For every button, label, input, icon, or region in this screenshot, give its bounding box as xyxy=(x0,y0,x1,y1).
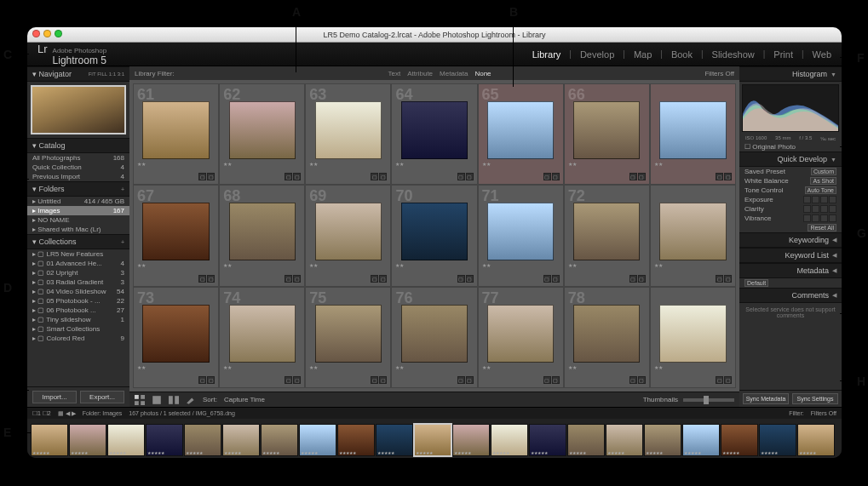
filter-tab-metadata[interactable]: Metadata xyxy=(440,70,468,77)
sync-settings-button[interactable]: Sync Settings xyxy=(792,393,838,404)
collections-header[interactable]: ▾ Collections + xyxy=(27,234,129,249)
rating-stars[interactable]: ★★ xyxy=(309,364,318,370)
catalog-row[interactable]: All Photographs168 xyxy=(27,153,129,163)
filmstrip-thumb[interactable]: ★★★★★ xyxy=(452,424,490,456)
filmstrip-thumb[interactable]: ★★★★★ xyxy=(107,424,145,456)
collection-row[interactable]: ▸ ▢ Smart Collections xyxy=(27,324,129,334)
thumbnail-image[interactable] xyxy=(573,305,640,363)
module-slideshow[interactable]: Slideshow xyxy=(712,49,755,60)
thumbnail-image[interactable] xyxy=(142,101,209,159)
metadata-preset[interactable]: Default xyxy=(744,279,768,287)
thumbnail-badges[interactable]: ▢▢ xyxy=(285,275,301,283)
filmstrip-thumb[interactable]: ★★★★★ xyxy=(567,424,605,456)
grid-cell[interactable]: 74★★▢▢ xyxy=(219,287,305,388)
rating-stars[interactable]: ★★ xyxy=(395,262,404,268)
filmstrip-thumb[interactable]: ★★★★★ xyxy=(759,424,796,456)
collection-row[interactable]: ▸ ▢ Colored Red9 xyxy=(27,334,129,343)
grid-cell[interactable]: 78★★▢▢ xyxy=(564,287,650,388)
panel-header-keyword-list[interactable]: Keyword List◀ xyxy=(739,248,842,263)
thumbnail-badges[interactable]: ▢▢ xyxy=(285,173,301,180)
thumbnail-image[interactable] xyxy=(573,203,640,260)
grid-cell[interactable]: 71★★▢▢ xyxy=(478,185,564,286)
painter-icon[interactable] xyxy=(186,395,196,405)
thumbnail-image[interactable] xyxy=(229,305,296,363)
thumbnail-image[interactable] xyxy=(229,203,296,260)
thumbnail-badges[interactable]: ▢▢ xyxy=(371,173,387,180)
rating-stars[interactable]: ★★ xyxy=(223,364,232,370)
rating-stars[interactable]: ★★ xyxy=(223,262,232,268)
grid-cell[interactable]: 68★★▢▢ xyxy=(219,185,305,286)
close-icon[interactable] xyxy=(32,30,40,37)
thumbnail-image[interactable] xyxy=(315,305,382,363)
folder-row[interactable]: ▸ NO NAME xyxy=(27,215,129,225)
filmstrip-thumb[interactable]: ★★★★★ xyxy=(529,424,566,456)
thumbnail-image[interactable] xyxy=(487,305,554,363)
navigator-modes[interactable]: FIT FILL 1:1 3:1 xyxy=(89,71,124,77)
panel-header-keywording[interactable]: Keywording◀ xyxy=(739,232,842,248)
filter-tab-text[interactable]: Text xyxy=(388,70,401,77)
module-web[interactable]: Web xyxy=(813,49,831,60)
filmstrip-thumb[interactable]: ★★★★★ xyxy=(31,424,68,456)
histogram-display[interactable] xyxy=(742,84,839,132)
collection-row[interactable]: ▸ ▢ 05 Photobook - ...22 xyxy=(27,296,129,306)
filmstrip-thumb[interactable]: ★★★★★ xyxy=(337,424,375,456)
rating-stars[interactable]: ★★ xyxy=(137,262,146,268)
grid-cell[interactable]: 77★★▢▢ xyxy=(478,287,564,388)
folders-header[interactable]: ▾ Folders + xyxy=(27,181,129,197)
navigator-preview[interactable] xyxy=(31,85,126,134)
filmstrip-thumb[interactable]: ★★★★★ xyxy=(146,424,183,456)
rating-stars[interactable]: ★★ xyxy=(568,161,577,167)
filmstrip-thumb[interactable]: ★★★★★ xyxy=(299,424,336,456)
histogram-header[interactable]: Histogram▼ xyxy=(739,66,842,82)
module-print[interactable]: Print xyxy=(773,49,793,60)
thumbnail-badges[interactable]: ▢▢ xyxy=(198,275,215,283)
thumbnail-badges[interactable]: ▢▢ xyxy=(543,275,560,283)
grid-cell[interactable]: 72★★▢▢ xyxy=(564,185,650,286)
module-map[interactable]: Map xyxy=(634,49,652,60)
thumbnail-badges[interactable]: ▢▢ xyxy=(716,376,732,384)
grid-cell[interactable]: 66★★▢▢ xyxy=(564,83,650,185)
add-collection-icon[interactable]: + xyxy=(121,239,124,245)
export-button[interactable]: Export... xyxy=(80,391,124,403)
thumbnail-badges[interactable]: ▢▢ xyxy=(198,376,215,384)
collection-row[interactable]: ▸ ▢ 06 Photobook ...27 xyxy=(27,306,129,315)
grid-cell[interactable]: 75★★▢▢ xyxy=(305,287,391,388)
filter-tab-attribute[interactable]: Attribute xyxy=(407,70,433,77)
thumbnail-badges[interactable]: ▢▢ xyxy=(716,173,732,180)
folder-row[interactable]: ▸ Images167 xyxy=(27,206,129,215)
thumbnail-image[interactable] xyxy=(401,203,468,260)
thumbnail-image[interactable] xyxy=(229,101,296,159)
loupe-view-icon[interactable] xyxy=(152,395,162,405)
compare-view-icon[interactable] xyxy=(169,395,179,405)
grid-cell[interactable]: 61★★▢▢ xyxy=(133,83,219,185)
collection-row[interactable]: ▸ ▢ 04 Video Slideshow54 xyxy=(27,287,129,296)
thumbnail-image[interactable] xyxy=(659,101,726,159)
thumbnail-image[interactable] xyxy=(142,305,209,363)
thumbnail-badges[interactable]: ▢▢ xyxy=(543,173,560,180)
thumbnail-badges[interactable]: ▢▢ xyxy=(457,376,474,384)
sort-value[interactable]: Capture Time xyxy=(224,396,265,403)
rating-stars[interactable]: ★★ xyxy=(482,161,491,167)
grid-cell[interactable]: 67★★▢▢ xyxy=(133,185,219,286)
thumbnail-image[interactable] xyxy=(659,203,726,260)
filmstrip-thumb[interactable]: ★★★★★ xyxy=(797,424,835,456)
saved-preset-value[interactable]: Custom xyxy=(811,168,836,175)
grid-cell[interactable]: 70★★▢▢ xyxy=(391,185,477,286)
rating-stars[interactable]: ★★ xyxy=(309,161,318,167)
module-develop[interactable]: Develop xyxy=(580,49,614,60)
thumbnail-badges[interactable]: ▢▢ xyxy=(457,275,474,283)
rating-stars[interactable]: ★★ xyxy=(137,364,146,370)
rating-stars[interactable]: ★★ xyxy=(309,262,318,268)
panel-header-comments[interactable]: Comments◀ xyxy=(739,288,842,303)
filmstrip[interactable]: ★★★★★★★★★★★★★★★★★★★★★★★★★★★★★★★★★★★★★★★★… xyxy=(27,419,842,460)
wb-value[interactable]: As Shot xyxy=(810,177,836,185)
rating-stars[interactable]: ★★ xyxy=(482,364,491,370)
filmstrip-thumb[interactable]: ★★★★★ xyxy=(184,424,221,456)
thumbnail-image[interactable] xyxy=(315,203,382,260)
thumbnail-badges[interactable]: ▢▢ xyxy=(371,376,387,384)
catalog-row[interactable]: Quick Collection4 xyxy=(27,163,129,172)
thumbnail-badges[interactable]: ▢▢ xyxy=(543,376,560,384)
filters-off-label[interactable]: Filters Off xyxy=(704,70,734,77)
collection-row[interactable]: ▸ ▢ 03 Radial Gradient3 xyxy=(27,277,129,287)
auto-tone-button[interactable]: Auto Tone xyxy=(805,186,836,194)
